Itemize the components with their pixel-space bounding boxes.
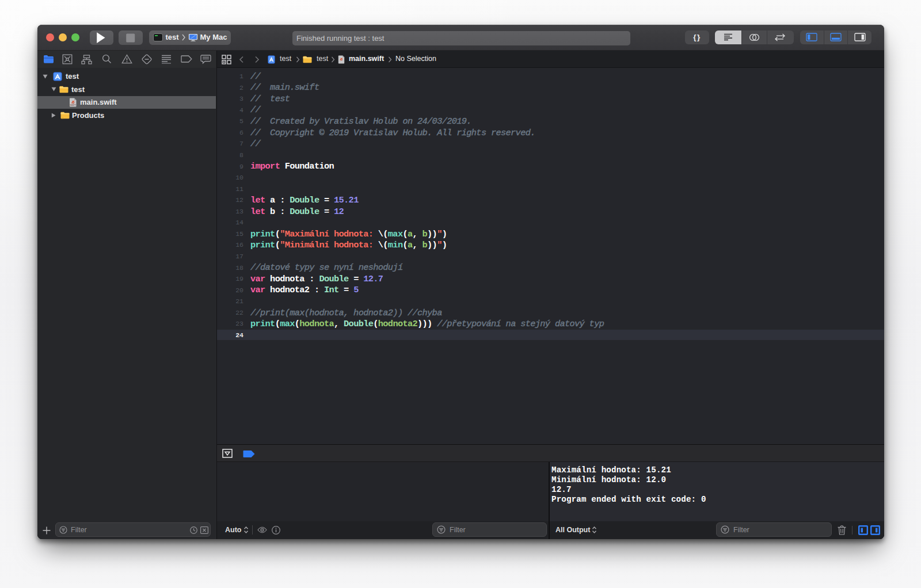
svg-text:SWIFT: SWIFT [70, 104, 76, 106]
